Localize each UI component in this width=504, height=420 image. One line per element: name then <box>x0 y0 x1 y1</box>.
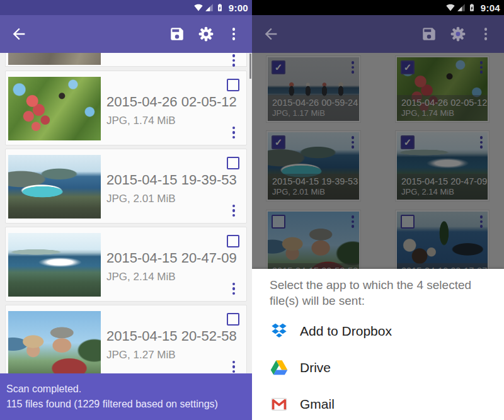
share-option-label: Add to Dropbox <box>300 324 392 339</box>
clock: 9:00 <box>229 3 248 13</box>
recovery-list-screen: 9:00 2015-04-26 02-05-12 JPG, 1.74 MiB <box>0 0 252 420</box>
selection-grid-screen: 9:04 ✓ 2015-04-26 00-59-24 JPG, 1.17 MiB <box>252 0 504 420</box>
share-option-label: Drive <box>300 360 331 375</box>
file-meta: JPG, 1.74 MiB <box>106 115 176 127</box>
file-date: 2015-04-15 19-39-53 <box>106 172 237 188</box>
snackbar-line1: Scan completed. <box>6 382 246 397</box>
file-date: 2015-04-15 20-47-09 <box>106 250 237 266</box>
dropbox-icon <box>270 322 289 341</box>
file-checkbox[interactable] <box>227 313 239 326</box>
file-date: 2015-04-15 20-52-58 <box>106 328 237 344</box>
battery-charging-icon <box>467 3 476 13</box>
overflow-menu-button[interactable] <box>226 28 242 40</box>
file-thumbnail <box>8 155 101 219</box>
overflow-menu-button[interactable] <box>478 28 494 40</box>
modal-scrim[interactable] <box>252 53 504 269</box>
share-option-label: Gmail <box>300 397 335 412</box>
file-thumbnail <box>8 233 101 297</box>
drive-icon <box>270 358 289 377</box>
wifi-icon <box>446 3 455 12</box>
list-item[interactable]: 2015-04-15 20-47-09 JPG, 2.14 MiB <box>5 227 247 302</box>
dual-screenshot: 9:00 2015-04-26 02-05-12 JPG, 1.74 MiB <box>0 0 504 420</box>
app-bar <box>252 15 504 53</box>
share-option-drive[interactable]: Drive <box>270 349 486 386</box>
file-thumbnail <box>8 77 101 140</box>
file-checkbox[interactable] <box>227 79 239 91</box>
snackbar-line2: 115 files found (1229 filtered based on … <box>6 397 246 412</box>
file-meta: JPG, 2.01 MiB <box>106 193 176 205</box>
list-item-partial[interactable] <box>5 53 247 67</box>
item-overflow-icon[interactable] <box>232 283 236 295</box>
settings-button[interactable] <box>450 26 466 42</box>
cellular-icon <box>457 3 466 12</box>
item-overflow-icon[interactable] <box>232 205 236 217</box>
share-bottom-sheet: Select the app to which the 4 selected f… <box>252 269 504 420</box>
file-thumbnail <box>8 53 101 65</box>
file-meta: JPG, 2.14 MiB <box>106 271 176 283</box>
item-overflow-icon[interactable] <box>232 127 236 139</box>
share-prompt: Select the app to which the 4 selected f… <box>270 277 486 309</box>
status-bar: 9:00 <box>0 0 252 15</box>
file-checkbox[interactable] <box>227 157 239 169</box>
file-date: 2015-04-26 02-05-12 <box>106 94 237 110</box>
battery-charging-icon <box>215 3 224 13</box>
save-button[interactable] <box>169 26 185 42</box>
item-overflow-icon[interactable] <box>232 54 236 67</box>
item-overflow-icon[interactable] <box>232 361 236 373</box>
list-item[interactable]: 2015-04-15 19-39-53 JPG, 2.01 MiB <box>5 149 247 224</box>
file-thumbnail <box>8 311 101 375</box>
clock: 9:04 <box>481 3 500 13</box>
settings-button[interactable] <box>198 26 214 42</box>
scan-status-snackbar: Scan completed. 115 files found (1229 fi… <box>0 373 252 420</box>
share-option-gmail[interactable]: Gmail <box>270 386 486 420</box>
status-bar: 9:04 <box>252 0 504 15</box>
gmail-icon <box>270 395 289 414</box>
save-button[interactable] <box>421 26 437 42</box>
list-scrollbar[interactable] <box>249 54 251 79</box>
cellular-icon <box>205 3 214 12</box>
file-checkbox[interactable] <box>227 235 239 247</box>
list-item[interactable]: 2015-04-15 20-52-58 JPG, 1.27 MiB <box>5 305 247 380</box>
app-bar <box>0 15 252 53</box>
list-item[interactable]: 2015-04-26 02-05-12 JPG, 1.74 MiB <box>5 71 247 145</box>
wifi-icon <box>194 3 203 12</box>
file-meta: JPG, 1.27 MiB <box>106 349 176 361</box>
back-button[interactable] <box>10 25 28 43</box>
back-button[interactable] <box>262 25 280 43</box>
share-option-dropbox[interactable]: Add to Dropbox <box>270 313 486 349</box>
